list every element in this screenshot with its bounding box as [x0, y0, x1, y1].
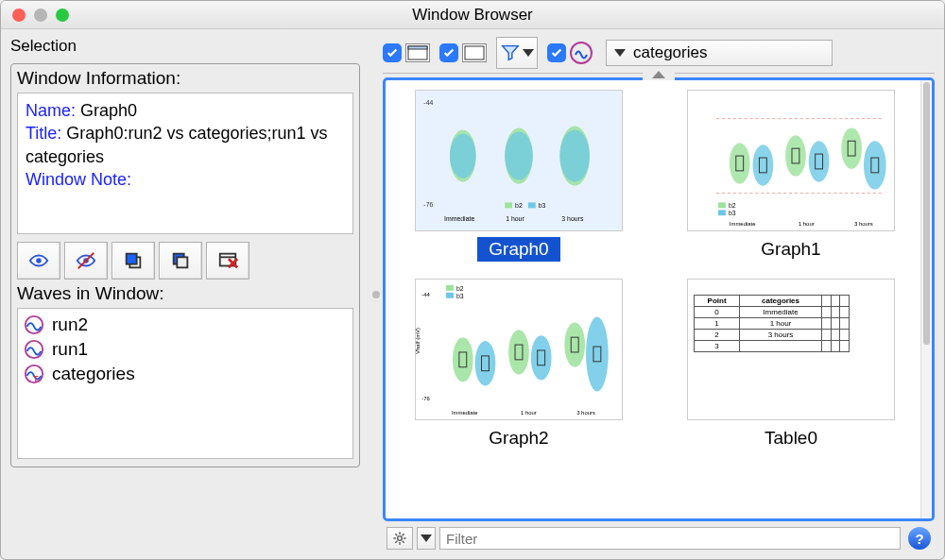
svg-text:3 hours: 3 hours — [576, 410, 595, 416]
svg-rect-17 — [465, 46, 484, 59]
thumbnail-graph2[interactable]: b2 b3 -44 -76 Vhalf (mV) — [397, 279, 641, 450]
wave-icon — [24, 314, 44, 335]
svg-text:1 hour: 1 hour — [799, 221, 815, 227]
chevron-down-icon — [421, 535, 432, 542]
table-window-icon — [462, 43, 487, 62]
table-cell: 3 — [695, 341, 740, 352]
svg-point-22 — [450, 133, 476, 178]
wave-filter-dropdown[interactable]: categories — [606, 40, 833, 66]
hide-window-button[interactable] — [64, 242, 108, 280]
svg-text:b2: b2 — [456, 285, 464, 292]
list-item[interactable]: run2 — [24, 313, 347, 337]
table-cell: 0 — [695, 307, 740, 318]
table-icon: Pointcategories 0Immediate 11 hour 23 ho… — [688, 280, 894, 419]
svg-point-24 — [505, 131, 533, 179]
show-graphs-toggle[interactable] — [383, 43, 430, 62]
thumbnail-label: Graph0 — [477, 237, 559, 262]
waves-in-window-title: Waves in Window: — [17, 283, 353, 304]
wave-name: run1 — [52, 339, 88, 360]
svg-text:b2: b2 — [515, 202, 523, 209]
violin-plot-icon: b2 b3 Immediate1 hour3 hours — [688, 91, 894, 230]
thumbnail-graph1[interactable]: b2 b3 Immediate1 hour3 hours Graph1 — [669, 90, 913, 262]
scrollbar[interactable] — [920, 80, 932, 518]
svg-point-72 — [586, 316, 609, 391]
svg-point-44 — [841, 127, 862, 168]
svg-point-42 — [809, 141, 830, 181]
svg-point-38 — [753, 144, 774, 185]
window-title: Window Browser — [1, 6, 944, 25]
svg-point-66 — [508, 330, 529, 374]
splitter[interactable] — [369, 29, 383, 559]
chevron-down-icon — [614, 49, 626, 57]
thumbnail-graph0[interactable]: -44 -76 b2 b3 Immediate 1 hour 3 hours — [397, 90, 641, 262]
graph-window-icon — [405, 43, 430, 62]
svg-text:Immediate: Immediate — [444, 215, 474, 222]
send-back-button[interactable] — [159, 242, 202, 280]
info-name-key: Name: — [26, 101, 76, 120]
checkbox-checked-icon — [547, 43, 566, 62]
fullscreen-icon[interactable] — [56, 8, 69, 22]
funnel-icon — [500, 42, 521, 63]
show-tables-toggle[interactable] — [439, 43, 487, 62]
eye-icon — [28, 250, 49, 271]
kill-window-button[interactable] — [206, 242, 249, 280]
svg-text:3 hours: 3 hours — [854, 221, 873, 227]
selection-pane: Selection Window Information: Name: Grap… — [1, 29, 369, 559]
info-title-value: Graph0:run2 vs categories;run1 vs catego… — [26, 124, 328, 165]
svg-point-77 — [398, 536, 403, 541]
window-titlebar: Window Browser — [1, 1, 944, 29]
svg-text:b3: b3 — [729, 210, 736, 216]
settings-button[interactable] — [387, 527, 413, 550]
thumbnail-grid: -44 -76 b2 b3 Immediate 1 hour 3 hours — [386, 80, 920, 518]
table-cell: 3 hours — [740, 330, 822, 341]
thumbnail-table0[interactable]: Pointcategories 0Immediate 11 hour 23 ho… — [669, 279, 913, 450]
table-cell — [740, 341, 822, 352]
text-wave-icon: T — [24, 364, 44, 384]
filter-menu-button[interactable] — [417, 527, 436, 550]
help-button[interactable]: ? — [908, 527, 931, 550]
filter-by-wave-toggle[interactable] — [547, 42, 593, 64]
svg-text:Vhalf (mV): Vhalf (mV) — [416, 328, 421, 354]
table-header: categories — [740, 296, 822, 307]
svg-text:Immediate: Immediate — [452, 410, 478, 416]
waves-list: run2 run1 T categories — [17, 308, 353, 459]
window-browser: Window Browser Selection Window Informat… — [0, 0, 945, 560]
info-name-value: Graph0 — [80, 101, 137, 120]
window-information-group: Window Information: Name: Graph0 Title: … — [10, 63, 360, 467]
minimize-icon[interactable] — [34, 8, 47, 22]
svg-line-82 — [395, 534, 397, 535]
filter-input[interactable] — [439, 527, 901, 550]
thumbnail-area: -44 -76 b2 b3 Immediate 1 hour 3 hours — [383, 77, 935, 521]
thumbnail-label: Table0 — [753, 426, 829, 450]
chevron-up-icon — [652, 71, 665, 78]
window-information-text: Name: Graph0 Title: Graph0:run2 vs categ… — [17, 93, 353, 234]
wave-name: run2 — [52, 314, 88, 335]
svg-text:b3: b3 — [539, 202, 546, 209]
info-title-key: Title: — [26, 124, 61, 143]
send-front-button[interactable] — [112, 242, 155, 280]
svg-rect-57 — [446, 293, 454, 298]
checkbox-checked-icon — [383, 43, 402, 62]
svg-text:3 hours: 3 hours — [561, 215, 584, 222]
svg-text:-76: -76 — [423, 201, 433, 208]
thumbnail-preview: Pointcategories 0Immediate 11 hour 23 ho… — [687, 279, 895, 420]
violin-plot-icon: b2 b3 -44 -76 Vhalf (mV) — [416, 280, 622, 419]
list-item[interactable]: run1 — [24, 337, 347, 362]
chevron-down-icon — [523, 49, 534, 57]
gear-icon — [392, 531, 407, 546]
thumbnail-preview: b2 b3 Immediate1 hour3 hours — [687, 90, 895, 231]
show-window-button[interactable] — [17, 242, 60, 280]
list-item[interactable]: T categories — [24, 362, 347, 386]
filter-options-button[interactable] — [496, 37, 538, 69]
bottom-filter-bar: ? — [383, 525, 935, 552]
svg-point-36 — [730, 143, 750, 183]
wave-icon — [570, 42, 593, 64]
svg-rect-55 — [446, 285, 454, 291]
close-icon[interactable] — [12, 8, 26, 22]
wave-icon — [24, 339, 44, 360]
svg-line-83 — [403, 541, 404, 543]
svg-rect-6 — [177, 257, 187, 267]
thumbnail-label: Graph2 — [477, 426, 559, 450]
collapse-handle[interactable] — [643, 69, 675, 80]
svg-text:-44: -44 — [423, 99, 433, 106]
